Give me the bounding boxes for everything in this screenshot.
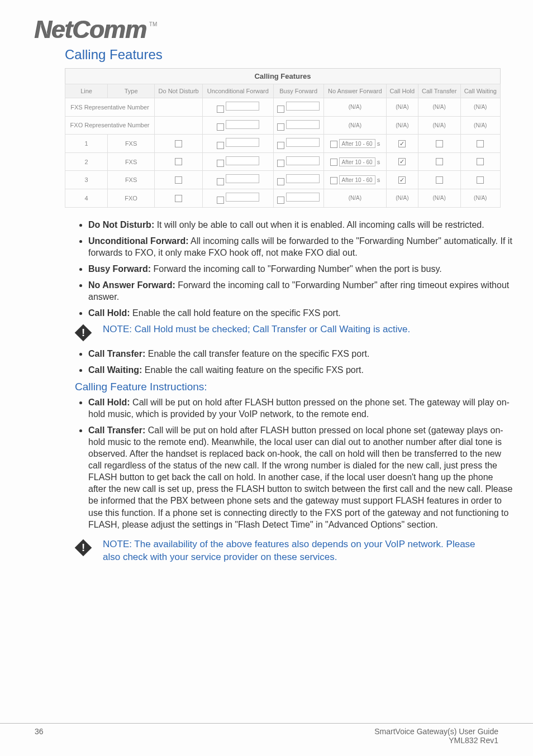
cell[interactable] <box>418 152 460 171</box>
note-text: NOTE: Call Hold must be checked; Call Tr… <box>103 323 410 336</box>
list-item: Call Hold: Call will be put on hold afte… <box>88 396 513 420</box>
cell: 2 <box>65 152 108 171</box>
list-item: No Answer Forward: Forward the incoming … <box>88 279 513 303</box>
cell[interactable] <box>418 171 460 189</box>
svg-text:!: ! <box>82 327 85 338</box>
desc: Forward the incoming call to "Forwarding… <box>151 264 442 274</box>
cell: (N/A) <box>386 116 418 135</box>
instructions-heading: Calling Feature Instructions: <box>75 381 498 393</box>
cell: (N/A) <box>323 116 386 135</box>
cell: (N/A) <box>386 98 418 117</box>
brand-logo: NetComm TM <box>35 16 498 44</box>
desc: It will only be able to call out when it… <box>154 220 484 229</box>
cell: 4 <box>65 189 108 207</box>
cell[interactable] <box>155 189 203 207</box>
table-row: 3 FXS After 10 - 60 s <box>65 171 501 189</box>
page-number: 36 <box>35 727 44 745</box>
cell[interactable] <box>203 98 273 117</box>
cell[interactable] <box>386 152 418 171</box>
feature-list-2: Call Transfer: Enable the call transfer … <box>88 348 513 376</box>
exclamation-diamond-icon: ! <box>74 323 93 344</box>
col-hold: Call Hold <box>386 84 418 98</box>
table-row: FXO Representative Number (N/A) (N/A) (N… <box>65 116 501 135</box>
cell[interactable] <box>155 171 203 189</box>
cell[interactable] <box>155 135 203 153</box>
cell[interactable]: After 10 - 60 s <box>323 171 386 189</box>
section-title: Calling Features <box>65 47 498 63</box>
col-busy: Busy Forward <box>273 84 323 98</box>
cell: FXS Representative Number <box>65 98 155 117</box>
cell: FXS <box>108 152 155 171</box>
col-line: Line <box>65 84 108 98</box>
table-row: 1 FXS After 10 - 60 s <box>65 135 501 153</box>
note-1: ! NOTE: Call Hold must be checked; Call … <box>74 323 498 344</box>
term: Call Waiting: <box>88 365 142 375</box>
cell <box>155 98 203 117</box>
table-header-row: Line Type Do Not Disturb Unconditional F… <box>65 84 501 98</box>
cell: (N/A) <box>323 189 386 207</box>
cell[interactable] <box>203 116 273 135</box>
cell[interactable] <box>386 135 418 153</box>
cell: FXO <box>108 189 155 207</box>
cell[interactable] <box>203 171 273 189</box>
cell <box>155 116 203 135</box>
cell: (N/A) <box>460 98 500 117</box>
cell[interactable] <box>203 152 273 171</box>
note-2: ! NOTE: The availability of the above fe… <box>74 538 498 564</box>
desc: Call will be put on hold after FLASH but… <box>88 425 513 529</box>
cell: (N/A) <box>418 116 460 135</box>
cell[interactable]: After 10 - 60 s <box>323 135 386 153</box>
cell: (N/A) <box>460 116 500 135</box>
cell[interactable]: After 10 - 60 s <box>323 152 386 171</box>
cell[interactable] <box>273 189 323 207</box>
cell: 1 <box>65 135 108 153</box>
cell: FXO Representative Number <box>65 116 155 135</box>
col-wait: Call Waiting <box>460 84 500 98</box>
term: Call Hold: <box>88 308 130 318</box>
term: No Answer Forward: <box>88 280 175 290</box>
list-item: Call Waiting: Enable the call waiting fe… <box>88 364 513 376</box>
cell[interactable] <box>273 116 323 135</box>
trademark: TM <box>149 21 157 27</box>
cell[interactable] <box>273 171 323 189</box>
cell[interactable] <box>273 135 323 153</box>
list-item: Unconditional Forward: All incoming call… <box>88 235 513 259</box>
desc: Enable the call waiting feature on the s… <box>142 365 364 375</box>
cell[interactable] <box>386 171 418 189</box>
cell[interactable] <box>418 135 460 153</box>
cell: (N/A) <box>386 189 418 207</box>
cell: (N/A) <box>418 98 460 117</box>
table-row: 2 FXS After 10 - 60 s <box>65 152 501 171</box>
list-item: Call Hold: Enable the call hold feature … <box>88 307 513 319</box>
cell[interactable] <box>273 152 323 171</box>
col-dnd: Do Not Disturb <box>155 84 203 98</box>
term: Call Hold: <box>88 398 130 407</box>
term: Unconditional Forward: <box>88 236 189 246</box>
svg-text:!: ! <box>82 542 85 553</box>
exclamation-diamond-icon: ! <box>74 538 93 559</box>
desc: Call will be put on hold after FLASH but… <box>88 398 510 419</box>
cell[interactable] <box>203 135 273 153</box>
table-row: 4 FXO (N/A) (N/A) (N/A) (N/A) <box>65 189 501 207</box>
cell: FXS <box>108 171 155 189</box>
term: Call Transfer: <box>88 349 145 358</box>
note-text: NOTE: The availability of the above feat… <box>103 538 494 564</box>
col-type: Type <box>108 84 155 98</box>
table-caption: Calling Features <box>65 68 501 84</box>
page-footer: 36 SmartVoice Gateway(s) User Guide YML8… <box>0 723 533 745</box>
col-xfer: Call Transfer <box>418 84 460 98</box>
cell: (N/A) <box>418 189 460 207</box>
desc: Enable the call transfer feature on the … <box>145 349 369 358</box>
cell: 3 <box>65 171 108 189</box>
cell[interactable] <box>460 171 500 189</box>
cell: (N/A) <box>323 98 386 117</box>
cell: (N/A) <box>460 189 500 207</box>
feature-list-1: Do Not Disturb: It will only be able to … <box>88 219 513 319</box>
list-item: Call Transfer: Enable the call transfer … <box>88 348 513 360</box>
cell[interactable] <box>203 189 273 207</box>
term: Call Transfer: <box>88 425 145 435</box>
cell[interactable] <box>155 152 203 171</box>
cell[interactable] <box>460 152 500 171</box>
cell[interactable] <box>460 135 500 153</box>
cell[interactable] <box>273 98 323 117</box>
